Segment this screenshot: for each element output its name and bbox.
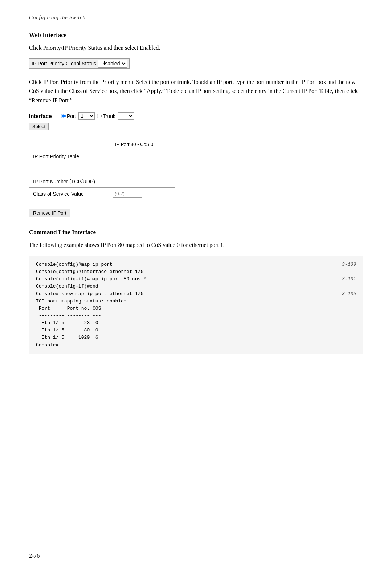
cli-heading: Command Line Interface (29, 229, 363, 236)
console-line-text: Eth 1/ 5 23 0 (36, 319, 329, 327)
console-line-text: Console# (36, 342, 329, 349)
console-line: Console(config-if)#end (36, 283, 356, 290)
cos-row: Class of Service Value (29, 188, 175, 200)
console-line-text: --------- -------- --- (36, 312, 329, 319)
select-button-row: Select (29, 123, 363, 130)
ip-port-listbox[interactable]: IP Port 80 - CoS 0 (113, 140, 171, 173)
console-line: --------- -------- --- (36, 312, 356, 319)
console-line: Console# show map ip port ethernet 1/53-… (36, 290, 356, 298)
console-line-ref: 3-131 (336, 276, 356, 283)
status-select[interactable]: Disabled Enabled (98, 60, 127, 68)
intro-text: Click Priority/IP Priority Status and th… (29, 43, 363, 53)
status-bar: IP Port Priority Global Status Disabled … (29, 58, 130, 69)
cos-input[interactable] (113, 190, 142, 198)
console-line-text: Eth 1/ 5 80 0 (36, 327, 329, 334)
trunk-radio[interactable] (97, 114, 102, 118)
console-line-text: Eth 1/ 5 1020 6 (36, 334, 329, 341)
port-radio[interactable] (61, 114, 66, 118)
web-interface-heading: Web Interface (29, 32, 363, 39)
page-header: Configuring the Switch (29, 15, 363, 21)
console-line-text: Port Port no. COS (36, 305, 329, 312)
ip-port-table-row: IP Port Priority Table IP Port 80 - CoS … (29, 138, 175, 175)
status-bar-label: IP Port Priority Global Status (32, 61, 96, 66)
port-radio-group: Port 1 2 3 Trunk 1 (61, 112, 134, 120)
console-line-text: Console(config)#interface ethernet 1/5 (36, 268, 329, 276)
listbox-entry[interactable]: IP Port 80 - CoS 0 (115, 142, 169, 147)
trunk-select[interactable]: 1 (118, 112, 134, 120)
console-line: Console(config)#interface ethernet 1/5 (36, 268, 356, 276)
trunk-radio-label[interactable]: Trunk (97, 113, 115, 119)
cli-intro: The following example shows IP Port 80 m… (29, 240, 363, 250)
ip-port-number-input[interactable] (113, 178, 142, 185)
console-line-text: Console# show map ip port ethernet 1/5 (36, 290, 329, 298)
config-table: IP Port Priority Table IP Port 80 - CoS … (29, 138, 175, 200)
console-line: Eth 1/ 5 80 0 (36, 327, 356, 334)
console-line: TCP port mapping status: enabled (36, 298, 356, 305)
console-line: Eth 1/ 5 1020 6 (36, 334, 356, 341)
remove-ip-port-button[interactable]: Remove IP Port (29, 209, 70, 217)
console-line-ref: 3-130 (336, 261, 356, 268)
port-radio-text: Port (67, 113, 76, 119)
cos-label: Class of Service Value (29, 188, 109, 200)
console-line-text: TCP port mapping status: enabled (36, 298, 329, 305)
console-line: Console# (36, 342, 356, 349)
ip-port-number-label: IP Port Number (TCP/UDP) (29, 175, 109, 188)
console-line: Port Port no. COS (36, 305, 356, 312)
interface-block: Interface Port 1 2 3 Trunk 1 (29, 112, 363, 130)
port-radio-label[interactable]: Port (61, 113, 76, 119)
console-line: Eth 1/ 5 23 0 (36, 319, 356, 327)
remove-button-row: Remove IP Port (29, 206, 363, 217)
page-number: 2-76 (29, 553, 40, 559)
cos-cell (109, 188, 175, 200)
body-text: Click IP Port Priority from the Priority… (29, 77, 363, 105)
console-line: Console(config-if)#map ip port 80 cos 03… (36, 276, 356, 283)
port-select[interactable]: 1 2 3 (78, 112, 95, 120)
web-interface-section: Web Interface Click Priority/IP Priority… (29, 32, 363, 217)
ip-port-table-label: IP Port Priority Table (29, 138, 109, 175)
trunk-radio-text: Trunk (103, 113, 115, 119)
console-line: Console(config)#map ip port3-130 (36, 261, 356, 268)
console-line-ref: 3-135 (336, 290, 356, 298)
ip-port-number-row: IP Port Number (TCP/UDP) (29, 175, 175, 188)
console-line-text: Console(config)#map ip port (36, 261, 329, 268)
cli-section: Command Line Interface The following exa… (29, 229, 363, 354)
select-button[interactable]: Select (29, 123, 49, 130)
console-line-text: Console(config-if)#map ip port 80 cos 0 (36, 276, 329, 283)
ip-port-number-cell (109, 175, 175, 188)
ip-port-table-value-cell: IP Port 80 - CoS 0 (109, 138, 175, 175)
console-block: Console(config)#map ip port3-130Console(… (29, 256, 363, 354)
console-line-text: Console(config-if)#end (36, 283, 329, 290)
interface-row: Interface Port 1 2 3 Trunk 1 (29, 112, 363, 120)
interface-label: Interface (29, 113, 58, 119)
